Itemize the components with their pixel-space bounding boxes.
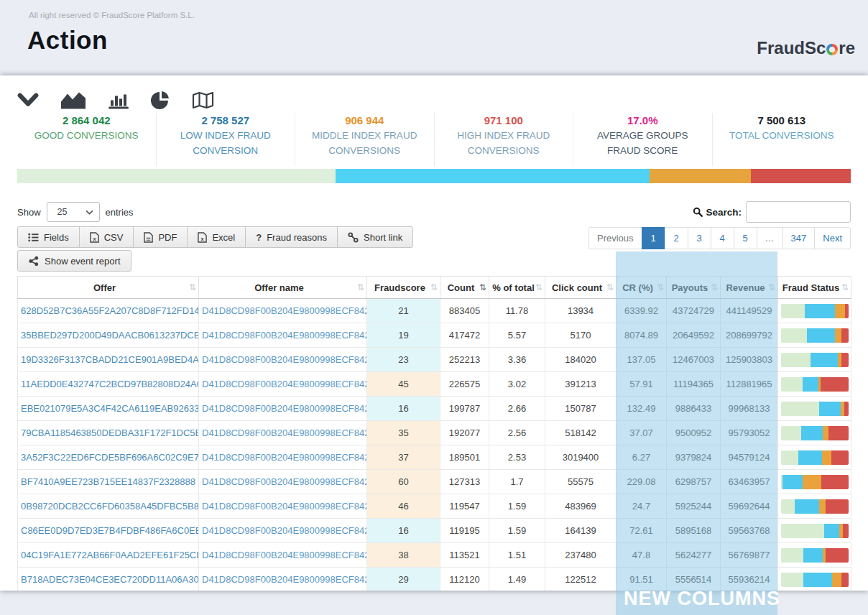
stat-item: 906 944MIDDLE INDEX FRAUD CONVERSIONS — [295, 113, 435, 166]
fraudscore-logo: FraudSc re — [757, 38, 855, 58]
table-row: 04C19FA1E772AB66F0AAD2EFE61F25CDD41D8CD9… — [18, 543, 851, 568]
offer-name-cell: D41D8CD98F00B204E9800998ECF8427E — [199, 543, 367, 568]
table-row: EBE021079E5A3C4F42CA6119EAB92633D41D8CD9… — [18, 397, 851, 421]
column-header-revenue[interactable]: Revenue⇅ — [721, 277, 778, 299]
status-segment — [832, 573, 841, 587]
button-label: Fraud reasons — [267, 232, 327, 243]
column-header--of-total[interactable]: % of total⇅ — [489, 277, 545, 299]
fraud-status-bar — [781, 402, 849, 416]
svg-text:x: x — [201, 235, 205, 241]
fraud-status-cell — [778, 568, 851, 591]
column-header-fraudscore[interactable]: Fraudscore⇅ — [367, 277, 440, 299]
chevron-down-icon[interactable] — [17, 93, 39, 107]
status-segment — [803, 573, 832, 587]
status-segment — [805, 304, 835, 318]
stat-label: AVERAGE GROUPS FRAUD SCORE — [581, 129, 705, 159]
offer-cell: B718ADEC73E04CE3EC720DD11A06A308 — [18, 568, 199, 591]
cr-cell: 57.91 — [617, 372, 667, 397]
pdf-button[interactable]: PDF — [133, 226, 188, 248]
offer-link[interactable]: C86EE0D9D7ED3E7B4FDBF486FA6C0EBB — [21, 525, 199, 536]
pct-of-total-cell: 5.57 — [489, 323, 545, 348]
pie-chart-icon[interactable] — [151, 91, 170, 110]
count-cell: 883405 — [440, 299, 489, 323]
entries-select[interactable]: 25 — [47, 202, 100, 222]
offer-link[interactable]: 3A52F3C22ED6FCDE5BF696A6C02C9E73 — [21, 452, 199, 463]
entries-label: entries — [106, 207, 134, 218]
pagination-ellipsis: … — [757, 227, 783, 249]
revenue-cell: 441149529 — [721, 299, 778, 323]
column-label: Offer — [93, 282, 116, 293]
offer-link[interactable]: BF7410A9EE723B715EE14837F2328888 — [21, 476, 195, 487]
bar-chart-icon[interactable] — [108, 91, 129, 110]
csv-button[interactable]: xCSV — [79, 226, 134, 248]
offer-link[interactable]: B718ADEC73E04CE3EC720DD11A06A308 — [21, 574, 199, 585]
button-label: PDF — [158, 232, 177, 243]
status-segment — [835, 328, 841, 343]
conversion-distribution-bar — [17, 169, 851, 183]
click-count-cell: 164139 — [545, 519, 617, 543]
cr-cell: 6.27 — [617, 445, 667, 470]
offer-link[interactable]: 79CBA1185463850DEDBA31F172F1DC5B — [21, 427, 199, 438]
fraud-reasons-button[interactable]: ?Fraud reasons — [245, 226, 338, 248]
logo-text-right: re — [839, 38, 855, 58]
distribution-segment — [17, 169, 336, 183]
offer-link[interactable]: 19D3326F3137CBADD21CE901A9BED4A7 — [21, 354, 199, 365]
map-icon[interactable] — [192, 91, 214, 109]
pagination-next[interactable]: Next — [814, 227, 851, 249]
search-control: Search: — [693, 201, 851, 223]
table-row: C86EE0D9D7ED3E7B4FDBF486FA6C0EBBD41D8CD9… — [18, 519, 851, 543]
table-row: 11AEDD0E432747C2BCD97B82808D24A0D41D8CD9… — [18, 372, 851, 397]
column-header-offer-name[interactable]: Offer name⇅ — [199, 277, 367, 299]
status-segment — [781, 304, 805, 318]
cr-cell: 137.05 — [617, 348, 667, 372]
status-segment — [828, 426, 849, 440]
area-chart-icon[interactable] — [60, 91, 86, 110]
offer-cell: EBE021079E5A3C4F42CA6119EAB92633 — [18, 397, 199, 421]
offer-link[interactable]: 628D52B7C36A55F2A207C8D8F712FD14 — [21, 305, 199, 316]
pagination-page-2[interactable]: 2 — [665, 227, 688, 249]
fraudscore-cell: 38 — [367, 543, 440, 568]
column-header-fraud-status[interactable]: Fraud Status⇅ — [778, 277, 851, 299]
fraud-status-cell — [778, 543, 851, 568]
offer-link[interactable]: 0B98720DCB2CC6FD60358A45DFBC5B87 — [21, 501, 199, 512]
column-header-count[interactable]: Count⇅ — [440, 277, 489, 299]
offer-cell: C86EE0D9D7ED3E7B4FDBF486FA6C0EBB — [18, 519, 199, 543]
show-event-report-button[interactable]: Show event report — [17, 250, 131, 272]
pagination-page-4[interactable]: 4 — [711, 227, 734, 249]
column-header-click-count[interactable]: Click count⇅ — [545, 277, 617, 299]
pagination-page-347[interactable]: 347 — [782, 227, 816, 249]
excel-button[interactable]: xExcel — [187, 226, 246, 248]
pagination-page-1[interactable]: 1 — [642, 227, 665, 249]
search-icon — [693, 207, 703, 217]
pct-of-total-cell: 2.56 — [489, 421, 545, 445]
page-header: All right reserved © FraudScore Platform… — [0, 0, 868, 75]
status-segment — [795, 499, 819, 514]
status-segment — [841, 328, 849, 343]
fraud-status-cell — [778, 519, 851, 543]
payouts-cell: 6298757 — [667, 470, 721, 494]
search-input[interactable] — [746, 201, 851, 223]
pagination-page-5[interactable]: 5 — [734, 227, 757, 249]
fraud-status-cell — [778, 397, 851, 421]
sort-icon: ⇅ — [768, 282, 775, 292]
table-row: 35BBED297D200D49DAACB0613237DCB0D41D8CD9… — [18, 323, 851, 348]
fields-button[interactable]: Fields — [17, 226, 80, 248]
status-segment — [841, 573, 849, 587]
short-link-button[interactable]: Short link — [337, 226, 413, 248]
column-header-offer[interactable]: Offer⇅ — [18, 277, 199, 299]
offer-link[interactable]: EBE021079E5A3C4F42CA6119EAB92633 — [21, 403, 199, 414]
offer-link[interactable]: 11AEDD0E432747C2BCD97B82808D24A0 — [21, 379, 199, 389]
offer-link[interactable]: 35BBED297D200D49DAACB0613237DCB0 — [21, 330, 199, 341]
status-segment — [819, 499, 826, 514]
offer-cell: 35BBED297D200D49DAACB0613237DCB0 — [18, 323, 199, 348]
payouts-cell: 5624277 — [667, 543, 721, 568]
column-header-cr-[interactable]: CR (%)⇅ — [617, 277, 667, 299]
count-cell: 417472 — [440, 323, 489, 348]
fraud-status-bar — [781, 304, 849, 318]
pagination-previous[interactable]: Previous — [588, 227, 642, 249]
pagination-page-3[interactable]: 3 — [688, 227, 711, 249]
column-header-payouts[interactable]: Payouts⇅ — [667, 277, 721, 299]
table-row: BF7410A9EE723B715EE14837F2328888D41D8CD9… — [18, 470, 851, 494]
click-count-cell: 391213 — [545, 372, 617, 397]
offer-link[interactable]: 04C19FA1E772AB66F0AAD2EFE61F25CD — [21, 550, 199, 560]
